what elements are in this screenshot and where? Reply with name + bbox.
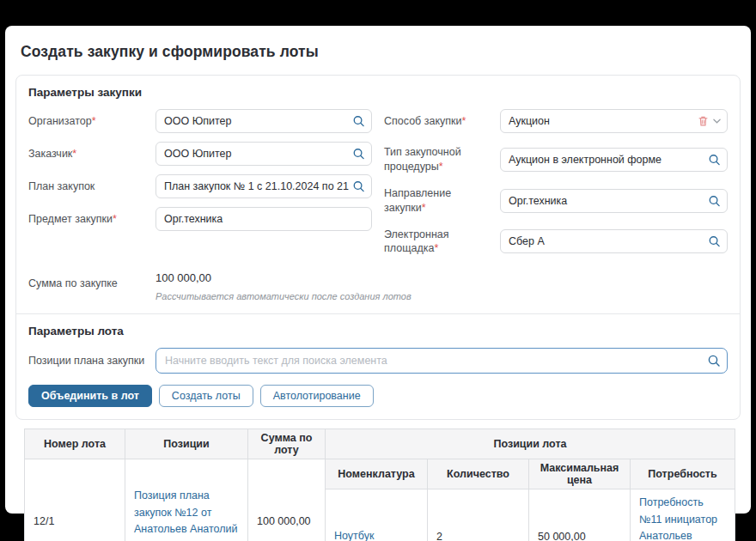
search-icon[interactable] <box>707 354 721 368</box>
position-link[interactable]: Позиция плана закупок №12 от Анатольев А… <box>134 488 239 541</box>
fields-column-left: Организатор* Заказчик* <box>28 109 372 268</box>
trash-icon[interactable] <box>698 115 709 127</box>
cell-quantity: 2 <box>428 489 529 541</box>
header-lot-number: Номер лота <box>25 429 125 459</box>
auto-lotting-button[interactable]: Автолотирование <box>260 385 374 407</box>
purchase-subject-input-box <box>155 207 372 231</box>
procurement-plan-input-box <box>155 174 372 198</box>
field-customer: Заказчик* <box>28 142 372 166</box>
purchase-method-input-box <box>500 109 728 133</box>
header-quantity: Количество <box>428 459 529 489</box>
field-procurement-plan: План закупок <box>28 174 372 198</box>
purchase-total-row: Сумма по закупке 100 000,00 Рассчитывает… <box>28 271 728 301</box>
procedure-type-input-box <box>500 148 728 172</box>
search-icon[interactable] <box>708 153 721 166</box>
field-purchase-subject: Предмет закупки* <box>28 207 372 231</box>
search-icon[interactable] <box>352 180 365 193</box>
procurement-plan-label: План закупок <box>28 180 94 192</box>
electronic-platform-input-box <box>500 229 728 253</box>
section-divider <box>16 313 740 314</box>
cell-nomenclature: Ноутбук <box>326 489 428 541</box>
purchase-direction-label: Направление закупки <box>384 187 451 214</box>
customer-input[interactable] <box>156 143 371 165</box>
create-lots-button[interactable]: Создать лоты <box>159 385 253 407</box>
customer-label: Заказчик <box>28 148 72 160</box>
required-mark: * <box>113 213 117 225</box>
need-link[interactable]: Потребность №11 инициатор Анатольев Анат… <box>639 495 726 541</box>
field-procedure-type: Тип закупочной процедуры* <box>384 145 728 174</box>
header-positions: Позиции <box>125 429 248 459</box>
required-mark: * <box>422 202 426 214</box>
purchase-total-value: 100 000,00 <box>155 271 412 284</box>
header-nomenclature: Номенклатура <box>326 459 428 489</box>
purchase-total-label: Сумма по закупке <box>28 271 155 301</box>
header-lot-positions: Позиции лота <box>326 429 735 459</box>
lot-params-section-title: Параметры лота <box>28 325 728 337</box>
plan-positions-label: Позиции плана закупки <box>28 355 144 367</box>
procedure-type-label: Тип закупочной процедуры <box>384 146 461 173</box>
purchase-total-hint: Рассчитывается автоматически после созда… <box>155 291 412 301</box>
lot-actions: Объединить в лот Создать лоты Автолотиро… <box>28 385 728 407</box>
field-organizer: Организатор* <box>28 109 372 133</box>
cell-position: Позиция плана закупок №12 от Анатольев А… <box>125 459 248 541</box>
purchase-direction-input-box <box>500 189 728 213</box>
field-purchase-method: Способ закупки* <box>384 109 728 133</box>
cell-max-price: 50 000,00 <box>529 489 631 541</box>
electronic-platform-input[interactable] <box>501 230 727 252</box>
purchase-subject-label: Предмет закупки <box>28 213 113 225</box>
nomenclature-link[interactable]: Ноутбук <box>334 528 374 541</box>
required-mark: * <box>434 242 438 254</box>
merge-into-lot-button[interactable]: Объединить в лот <box>28 385 152 407</box>
required-mark: * <box>462 115 466 127</box>
plan-positions-search-box <box>155 348 728 374</box>
cell-need: Потребность №11 инициатор Анатольев Анат… <box>631 489 735 541</box>
search-icon[interactable] <box>352 115 365 128</box>
table-subheader-row: 12/1 Позиция плана закупок №12 от Анатол… <box>25 459 735 489</box>
purchase-params-section-title: Параметры закупки <box>28 86 728 99</box>
required-mark: * <box>439 161 443 173</box>
purchase-method-label: Способ закупки <box>384 115 462 127</box>
purchase-params-fields: Организатор* Заказчик* <box>28 109 728 268</box>
plan-positions-search-input[interactable] <box>156 349 727 373</box>
purchase-method-input[interactable] <box>501 110 727 132</box>
organizer-input[interactable] <box>156 110 371 132</box>
lots-table: Номер лота Позиции Сумма по лоту Позиции… <box>24 429 735 541</box>
cell-lot-sum: 100 000,00 <box>248 459 326 541</box>
search-icon[interactable] <box>708 194 721 207</box>
procedure-type-input[interactable] <box>501 149 727 171</box>
fields-column-right: Способ закупки* Т <box>384 109 728 268</box>
required-mark: * <box>92 115 96 127</box>
search-icon[interactable] <box>352 148 365 161</box>
search-icon[interactable] <box>708 235 721 248</box>
organizer-input-box <box>155 109 372 133</box>
procurement-plan-input[interactable] <box>156 175 371 198</box>
main-card: Создать закупку и сформировать лоты Пара… <box>5 26 751 514</box>
customer-input-box <box>155 142 372 166</box>
field-plan-positions: Позиции плана закупки <box>28 348 728 374</box>
header-max-price: Максимальная цена <box>529 459 631 489</box>
electronic-platform-label: Электронная площадка <box>384 228 449 255</box>
purchase-subject-input[interactable] <box>156 208 371 230</box>
organizer-label: Организатор <box>28 115 92 127</box>
cell-lot-number: 12/1 <box>25 459 125 541</box>
purchase-direction-input[interactable] <box>501 190 727 212</box>
field-purchase-direction: Направление закупки* <box>384 186 728 216</box>
page-title: Создать закупку и сформировать лоты <box>21 43 741 61</box>
required-mark: * <box>72 148 76 160</box>
field-electronic-platform: Электронная площадка* <box>384 228 728 257</box>
header-lot-sum: Сумма по лоту <box>248 429 326 459</box>
parameters-panel: Параметры закупки Организатор* Заказчик* <box>15 75 741 420</box>
chevron-down-icon[interactable] <box>713 119 721 124</box>
table-header-row: Номер лота Позиции Сумма по лоту Позиции… <box>25 429 735 459</box>
header-need: Потребность <box>631 459 735 489</box>
